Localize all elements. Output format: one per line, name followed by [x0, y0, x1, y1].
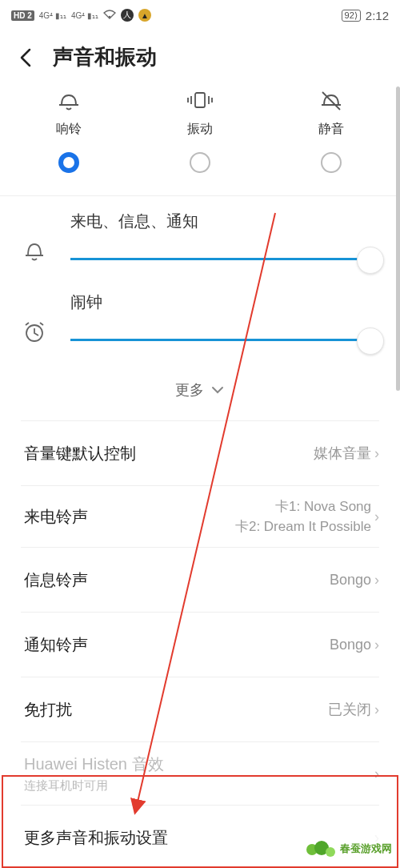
- row-message-title: 信息铃声: [24, 569, 88, 591]
- row-dnd[interactable]: 免打扰 已关闭›: [0, 677, 400, 741]
- volume-sliders: 来电、信息、通知 闹钟: [0, 196, 400, 353]
- row-notify-value: Bongo›: [330, 637, 379, 653]
- mode-ring[interactable]: 响铃: [4, 89, 134, 189]
- svg-rect-1: [195, 93, 205, 107]
- row-notify-tone[interactable]: 通知铃声 Bongo›: [0, 613, 400, 677]
- chevron-right-icon: ›: [374, 766, 379, 782]
- battery-indicator: 92⟩: [342, 10, 361, 22]
- row-volume-key-title: 音量键默认控制: [24, 443, 136, 464]
- row-histen-title: Huawei Histen 音效: [24, 753, 164, 775]
- slider-alarm-track[interactable]: [70, 328, 379, 353]
- mode-vibrate-radio[interactable]: [190, 152, 210, 173]
- hd-badge: HD 2: [11, 10, 34, 21]
- watermark: 春蚕游戏网: [303, 836, 395, 862]
- mode-selector: 响铃 振动 静音: [0, 84, 400, 196]
- status-bar: HD 2 4G⁴ ▮₁₁ 4G⁴ ▮₁₁ 人 ▲ 92⟩ 2:12: [0, 0, 400, 27]
- back-button[interactable]: [14, 46, 38, 70]
- slider-alarm-thumb[interactable]: [357, 328, 384, 355]
- bell-silent-icon: [319, 89, 343, 111]
- bell-icon: [21, 211, 48, 263]
- watermark-text: 春蚕游戏网: [340, 842, 392, 856]
- row-volume-key-value: 媒体音量›: [314, 444, 379, 463]
- page-title: 声音和振动: [53, 43, 157, 71]
- row-histen-chevron: ›: [374, 766, 379, 782]
- clock: 2:12: [366, 9, 389, 22]
- row-notify-title: 通知铃声: [24, 634, 88, 656]
- mode-silent-label: 静音: [318, 121, 344, 138]
- chevron-down-icon: [210, 382, 225, 399]
- row-message-tone[interactable]: 信息铃声 Bongo›: [0, 548, 400, 612]
- expand-more[interactable]: 更多: [0, 364, 400, 420]
- row-dnd-title: 免打扰: [24, 699, 72, 721]
- slider-incoming-label: 来电、信息、通知: [70, 211, 379, 232]
- row-histen-sub: 连接耳机时可用: [24, 778, 164, 794]
- row-more-settings-title: 更多声音和振动设置: [24, 827, 168, 849]
- row-ringtone-title: 来电铃声: [24, 506, 88, 528]
- row-dnd-value: 已关闭›: [328, 700, 379, 719]
- chevron-right-icon: ›: [374, 572, 379, 589]
- row-histen: Huawei Histen 音效 连接耳机时可用 ›: [0, 742, 400, 805]
- chevron-right-icon: ›: [374, 445, 379, 462]
- signal-2: 4G⁴ ▮₁₁: [71, 11, 98, 20]
- wifi-icon: [103, 10, 116, 21]
- row-ringtone-value: 卡1: Nova Song 卡2: Dream It Possible: [235, 497, 371, 536]
- signal-1: 4G⁴ ▮₁₁: [39, 11, 66, 20]
- slider-incoming-track[interactable]: [70, 247, 379, 272]
- mode-ring-label: 响铃: [56, 121, 82, 138]
- slider-incoming-thumb[interactable]: [357, 247, 384, 274]
- slider-alarm-label: 闹钟: [70, 291, 379, 313]
- mode-vibrate-label: 振动: [187, 121, 213, 138]
- row-ringtone[interactable]: 来电铃声 卡1: Nova Song 卡2: Dream It Possible…: [0, 486, 400, 547]
- mode-silent-radio[interactable]: [321, 152, 342, 173]
- watermark-logo-icon: [306, 838, 335, 860]
- alarm-clock-icon: [21, 291, 48, 344]
- bell-ring-icon: [57, 89, 81, 111]
- chevron-right-icon: ›: [374, 637, 379, 653]
- mode-silent[interactable]: 静音: [266, 89, 396, 189]
- scrollbar[interactable]: [396, 86, 400, 391]
- chevron-right-icon: ›: [374, 701, 379, 718]
- vibrate-icon: [186, 89, 214, 111]
- page-header: 声音和振动: [0, 27, 400, 84]
- status-left: HD 2 4G⁴ ▮₁₁ 4G⁴ ▮₁₁ 人 ▲: [11, 9, 151, 22]
- slider-incoming: 来电、信息、通知: [21, 211, 379, 272]
- status-icon-a: 人: [121, 9, 134, 22]
- svg-point-0: [109, 16, 111, 18]
- mode-vibrate[interactable]: 振动: [135, 89, 265, 189]
- status-icon-b: ▲: [138, 9, 151, 22]
- slider-alarm: 闹钟: [21, 291, 379, 353]
- expand-more-label: 更多: [175, 380, 204, 400]
- chevron-right-icon: ›: [374, 508, 379, 525]
- row-message-value: Bongo›: [330, 572, 379, 589]
- mode-ring-radio[interactable]: [58, 152, 79, 173]
- status-right: 92⟩ 2:12: [342, 9, 389, 22]
- row-volume-key[interactable]: 音量键默认控制 媒体音量›: [0, 421, 400, 485]
